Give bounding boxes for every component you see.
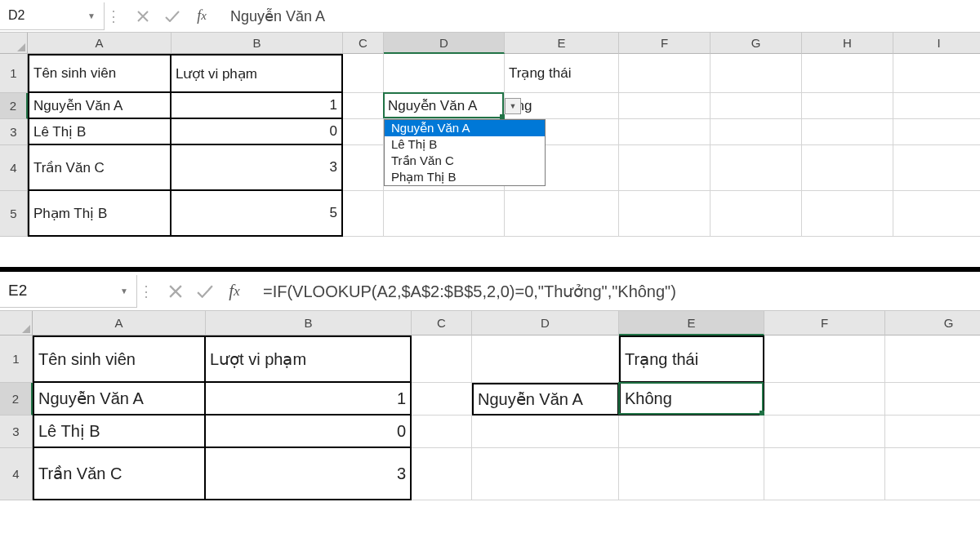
cell[interactable] [764,415,885,448]
cell[interactable]: Nguyễn Văn A [33,383,206,415]
cell[interactable] [384,191,505,237]
row-header[interactable]: 1 [0,54,28,93]
cell[interactable] [802,54,893,93]
fx-icon[interactable]: fx [225,280,243,303]
cell[interactable]: Trần Văn C [33,448,206,500]
enter-icon[interactable] [196,280,214,303]
row-header[interactable]: 1 [0,335,33,383]
cell[interactable]: 1 [206,383,412,415]
cell[interactable]: Nguyễn Văn A [384,93,505,119]
column-header[interactable]: G [710,33,802,54]
cell[interactable] [619,54,710,93]
row-header[interactable]: 4 [0,145,28,191]
cell[interactable]: Lê Thị B [33,415,206,448]
dropdown-list[interactable]: Nguyễn Văn ALê Thị BTrần Văn CPhạm Thị B [384,119,546,186]
cell[interactable] [710,119,802,145]
cell[interactable] [412,415,472,448]
cell[interactable]: Lượt vi phạm [172,54,343,93]
cell[interactable]: 0 [206,415,412,448]
cell[interactable]: Trạng thái [619,335,764,383]
cancel-icon[interactable] [134,5,152,28]
cell[interactable]: 3 [172,145,343,191]
cell[interactable]: Nguyễn Văn A [28,93,172,119]
spreadsheet-grid[interactable]: ABCDEFGHI 12345 Tên sinh viênLượt vi phạ… [0,33,980,266]
cell[interactable] [343,191,384,237]
enter-icon[interactable] [163,5,181,28]
dropdown-option[interactable]: Lê Thị B [385,136,545,153]
column-header[interactable]: E [505,33,619,54]
name-box[interactable]: D2 ▼ [0,2,105,30]
cell[interactable] [619,119,710,145]
row-header[interactable]: 5 [0,191,28,237]
cell[interactable] [619,145,710,191]
cell[interactable]: Phạm Thị B [28,191,172,237]
column-header[interactable]: C [412,311,472,335]
cell[interactable] [885,383,980,415]
column-header[interactable]: G [885,311,980,335]
cell[interactable] [412,335,472,383]
cell[interactable] [710,54,802,93]
column-header[interactable]: F [619,33,710,54]
row-header[interactable]: 4 [0,448,33,500]
cell[interactable] [893,54,980,93]
cell[interactable] [343,93,384,119]
column-header[interactable]: D [472,311,619,335]
cell[interactable] [472,415,619,448]
cell[interactable] [885,335,980,383]
column-header[interactable]: H [802,33,893,54]
cell[interactable] [619,191,710,237]
cell[interactable] [343,54,384,93]
cell[interactable]: Lê Thị B [28,119,172,145]
dropdown-option[interactable]: Trần Văn C [385,153,545,169]
cell[interactable] [619,448,764,500]
cell[interactable] [472,335,619,383]
name-box[interactable]: E2 ▼ [0,275,137,308]
cell[interactable] [412,383,472,415]
cell[interactable] [893,145,980,191]
column-header[interactable]: B [206,311,412,335]
column-header[interactable]: A [33,311,206,335]
dropdown-option[interactable]: Nguyễn Văn A [385,120,545,136]
cancel-icon[interactable] [167,280,185,303]
cell[interactable] [384,54,505,93]
cell[interactable] [764,383,885,415]
cell[interactable]: Trần Văn C [28,145,172,191]
cell[interactable]: Tên sinh viên [33,335,206,383]
fx-icon[interactable]: fx [193,5,211,28]
cell[interactable] [710,93,802,119]
cell[interactable] [619,415,764,448]
cell[interactable]: Tên sinh viên [28,54,172,93]
cell[interactable] [802,145,893,191]
cell[interactable] [893,191,980,237]
column-header[interactable]: F [764,311,885,335]
cell[interactable]: Lượt vi phạm [206,335,412,383]
cell[interactable]: 5 [172,191,343,237]
cell[interactable] [893,119,980,145]
row-header[interactable]: 3 [0,415,33,448]
cell[interactable] [764,335,885,383]
cell[interactable] [710,191,802,237]
cell[interactable]: 1 [172,93,343,119]
column-header[interactable]: D [384,33,505,54]
cell[interactable] [885,415,980,448]
select-all-corner[interactable] [0,311,33,335]
cell[interactable] [412,448,472,500]
formula-input[interactable]: =IF(VLOOKUP(A2,$A$2:$B$5,2,0)=0,"Thưởng"… [255,282,980,301]
cell[interactable] [802,93,893,119]
cell[interactable] [764,448,885,500]
dropdown-option[interactable]: Phạm Thị B [385,169,545,185]
cell[interactable] [619,93,710,119]
column-header[interactable]: C [343,33,384,54]
cell[interactable] [343,119,384,145]
row-header[interactable]: 3 [0,119,28,145]
cell[interactable]: Trạng thái [505,54,619,93]
cell[interactable]: 0 [172,119,343,145]
column-header[interactable]: B [172,33,343,54]
cell[interactable] [885,448,980,500]
cells-area[interactable]: Tên sinh viênLượt vi phạmTrạng tháiNguyễ… [33,335,980,500]
chevron-down-icon[interactable]: ▼ [87,11,96,20]
cell[interactable] [343,145,384,191]
cell[interactable] [802,191,893,237]
cell[interactable]: 3 [206,448,412,500]
chevron-down-icon[interactable]: ▼ [120,287,128,295]
